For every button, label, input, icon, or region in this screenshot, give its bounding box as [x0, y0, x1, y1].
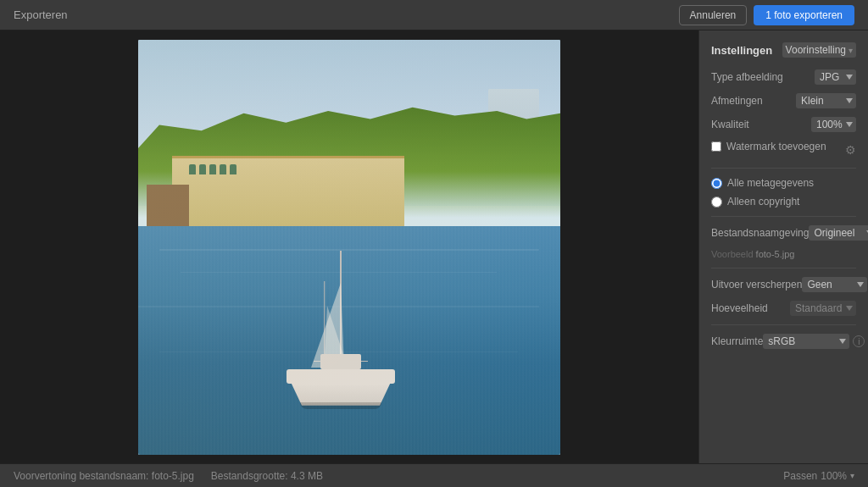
zoom-chevron-icon[interactable]: ▾ [850, 471, 854, 480]
deck [287, 369, 394, 384]
amount-label: Hoeveelheid [711, 302, 768, 314]
quality-row: Kwaliteit 100% 90% 80% [711, 117, 856, 132]
status-filesize-label: Bestandsgrootte: 4.3 MB [211, 470, 323, 482]
filename-section: Bestandsnaamgeving Origineel Aangepast V… [711, 225, 856, 259]
meta-copyright-label: Alleen copyright [727, 196, 799, 208]
status-filesize-value: 4.3 MB [291, 470, 323, 482]
divider-4 [711, 324, 856, 325]
status-left: Voorvertoning bestandsnaam: foto-5.jpg B… [14, 470, 323, 482]
cabin [320, 354, 361, 368]
sharpen-row: Uitvoer verscherpen Geen Scherm Afdrukke… [711, 277, 856, 292]
colorspace-info-icon[interactable]: i [853, 335, 865, 347]
main-content: Instellingen Voorinstelling ▾ Type afbee… [0, 30, 868, 463]
divider-2 [711, 216, 856, 217]
filename-row: Bestandsnaamgeving Origineel Aangepast [711, 225, 856, 241]
meta-all-radio[interactable] [711, 178, 722, 189]
filename-preview-value: foto-5.jpg [756, 249, 795, 259]
watermark-label: Watermark toevoegen [726, 141, 826, 152]
zoom-value: 100% [821, 470, 847, 482]
photo-preview [138, 40, 560, 455]
watermark-checkbox-row: Watermark toevoegen [711, 141, 826, 152]
sharpen-select[interactable]: Geen Scherm Afdrukken [802, 277, 867, 292]
filename-select[interactable]: Origineel Aangepast [809, 225, 868, 241]
zoom-label: Passen [783, 470, 817, 482]
image-type-label: Type afbeelding [711, 71, 783, 83]
top-bar: Exporteren Annuleren 1 foto exporteren [0, 0, 868, 30]
quality-label: Kwaliteit [711, 119, 749, 130]
status-filename-label: Voorvertoning bestandsnaam: foto-5.jpg [14, 470, 194, 482]
gear-icon[interactable]: ⚙ [845, 143, 856, 157]
photo-canvas [138, 40, 560, 455]
filename-label: Bestandsnaamgeving [711, 227, 809, 239]
sailboat [273, 237, 408, 420]
image-type-select[interactable]: JPG PNG TIFF [815, 69, 856, 85]
watermark-checkbox[interactable] [711, 141, 721, 152]
building-windows [189, 164, 236, 174]
fore-sail [325, 306, 344, 357]
chevron-down-icon: ▾ [849, 46, 853, 55]
cancel-button[interactable]: Annuleren [679, 5, 748, 25]
meta-all-row: Alle metagegevens [711, 177, 856, 189]
page-title: Exporteren [14, 8, 68, 21]
preset-label: Voorinstelling [786, 44, 846, 56]
dimensions-label: Afmetingen [711, 95, 763, 107]
meta-copyright-radio[interactable] [711, 196, 722, 208]
amount-select[interactable]: Standaard Laag Hoog [790, 301, 856, 316]
hull-shadow [300, 402, 381, 410]
status-bar: Voorvertoning bestandsnaam: foto-5.jpg B… [0, 463, 868, 487]
export-button[interactable]: 1 foto exporteren [754, 5, 854, 25]
dimensions-row: Afmetingen Klein Middel Groot Origineel [711, 93, 856, 108]
sharpen-label: Uitvoer verscherpen [711, 279, 802, 291]
amount-row: Hoeveelheid Standaard Laag Hoog [711, 301, 856, 316]
divider-3 [711, 268, 856, 268]
image-type-row: Type afbeelding JPG PNG TIFF [711, 69, 856, 85]
meta-all-label: Alle metagegevens [727, 177, 814, 189]
filename-preview-label: Voorbeeld [711, 249, 754, 259]
watermark-row: Watermark toevoegen ⚙ [711, 141, 856, 159]
colorspace-row: Kleurruimte sRGB AdobeRGB ProPhoto RGB i [711, 334, 856, 349]
panel-title: Instellingen [711, 44, 772, 57]
status-filename-value: foto-5.jpg [152, 470, 194, 482]
panel-header: Instellingen Voorinstelling ▾ [711, 42, 856, 58]
sharpen-controls: Geen Scherm Afdrukken i [802, 277, 868, 292]
preset-dropdown[interactable]: Voorinstelling ▾ [782, 42, 856, 58]
status-right: Passen 100% ▾ [783, 470, 854, 482]
water-layer [138, 226, 560, 455]
quality-select[interactable]: 100% 90% 80% [811, 117, 856, 132]
dimensions-select[interactable]: Klein Middel Groot Origineel [796, 93, 856, 108]
colorspace-label: Kleurruimte [711, 335, 763, 347]
photo-area [0, 30, 698, 463]
colorspace-select[interactable]: sRGB AdobeRGB ProPhoto RGB [763, 334, 849, 349]
settings-panel: Instellingen Voorinstelling ▾ Type afbee… [698, 30, 868, 463]
top-bar-actions: Annuleren 1 foto exporteren [679, 5, 854, 25]
divider-1 [711, 168, 856, 169]
meta-copyright-row: Alleen copyright [711, 196, 856, 208]
filename-preview: Voorbeeld foto-5.jpg [711, 249, 856, 259]
colorspace-controls: sRGB AdobeRGB ProPhoto RGB i [763, 334, 865, 349]
